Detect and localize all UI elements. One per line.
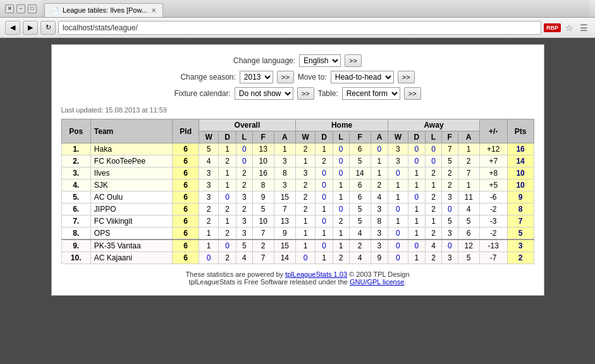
table-cell: 1 [371, 167, 388, 179]
table-cell: 6 [173, 240, 199, 252]
tab-close-button[interactable]: ✕ [151, 7, 156, 14]
col-of: F [252, 131, 274, 143]
table-cell: 1 [219, 179, 236, 191]
table-cell: 2 [441, 167, 458, 179]
table-cell: 0 [441, 203, 458, 215]
forward-button[interactable]: ▶ [23, 21, 38, 35]
table-cell: 9 [371, 252, 388, 264]
table-cell: 2 [441, 179, 458, 191]
table-cell: 0 [199, 252, 218, 264]
table-cell: 6 [173, 155, 199, 167]
table-cell: 0 [333, 155, 349, 167]
table-cell: 2 [426, 228, 442, 240]
table-cell: 0 [219, 240, 236, 252]
close-button[interactable]: ✕ [5, 4, 14, 13]
table-cell: 7. [61, 215, 90, 228]
col-hd: D [316, 131, 333, 143]
table-cell: 8. [61, 228, 90, 240]
col-plusminus: +/- [479, 119, 507, 143]
table-cell: 0 [316, 167, 333, 179]
table-cell: 4 [458, 203, 479, 215]
table-cell: -2 [479, 228, 507, 240]
table-row: 5.AC Oulu630391520164102311-69 [61, 191, 534, 203]
table-cell: 1 [458, 143, 479, 155]
col-aa: A [458, 131, 479, 143]
table-cell: -6 [479, 191, 507, 203]
table-cell: 5 [458, 215, 479, 228]
table-cell: 1 [426, 179, 442, 191]
refresh-button[interactable]: ↻ [40, 21, 56, 35]
table-cell: OPS [90, 228, 173, 240]
table-cell: 1 [333, 240, 349, 252]
table-cell: 4 [349, 228, 371, 240]
table-cell: 2 [371, 179, 388, 191]
table-cell: 3 [388, 155, 408, 167]
table-cell: 9 [274, 228, 295, 240]
move-to-go-button[interactable]: >> [398, 71, 415, 83]
table-cell: 1 [316, 203, 333, 215]
table-cell: -7 [479, 252, 507, 264]
nav-bar: ◀ ▶ ↻ localhost/stats/league/ RBP ☆ ☰ [0, 18, 595, 38]
menu-button[interactable]: ☰ [578, 23, 590, 33]
table-cell: 14 [349, 167, 371, 179]
table-cell: 8 [252, 179, 274, 191]
table-cell: 5 [349, 155, 371, 167]
table-cell: 1 [199, 240, 218, 252]
table-cell: 6 [458, 228, 479, 240]
table-cell: 1 [219, 215, 236, 228]
footer-link1[interactable]: tplLeagueStats 1.03 [285, 270, 347, 278]
table-cell: 3 [199, 167, 218, 179]
col-hf: F [349, 131, 371, 143]
table-cell: 10 [507, 167, 534, 179]
table-cell: 1 [408, 215, 426, 228]
table-cell: 3 [507, 240, 534, 252]
maximize-button[interactable]: □ [28, 4, 37, 13]
address-bar[interactable]: localhost/stats/league/ [58, 21, 541, 35]
table-cell: 0 [316, 215, 333, 228]
section-home: Home [295, 119, 388, 131]
move-to-select[interactable]: Head-to-head [331, 71, 394, 83]
table-cell: Haka [90, 143, 173, 155]
season-select[interactable]: 2013 [240, 71, 273, 83]
table-label: Table: [318, 89, 338, 98]
language-go-button[interactable]: >> [345, 54, 362, 67]
back-button[interactable]: ◀ [5, 21, 20, 35]
table-cell: 16 [252, 167, 274, 179]
season-go-button[interactable]: >> [277, 71, 294, 83]
table-cell: 2 [426, 191, 442, 203]
table-cell: 3 [236, 228, 252, 240]
table-cell: 2 [333, 252, 349, 264]
table-cell: 6 [349, 191, 371, 203]
controls-section: Change language: English >> Change seaso… [61, 54, 534, 100]
table-cell: 1 [316, 143, 333, 155]
table-cell: 1 [333, 228, 349, 240]
calendar-go-button[interactable]: >> [297, 87, 314, 100]
table-select[interactable]: Recent form [342, 87, 400, 100]
table-cell: 1 [219, 167, 236, 179]
table-cell: 6 [173, 191, 199, 203]
table-cell: SJK [90, 179, 173, 191]
window-controls[interactable]: ✕ − □ [5, 4, 37, 13]
bookmark-button[interactable]: ☆ [563, 23, 575, 33]
table-cell: 2 [295, 179, 315, 191]
table-cell: 9 [507, 191, 534, 203]
footer-before-link1: These statistics are powered by [185, 270, 285, 278]
table-cell: 5 [252, 203, 274, 215]
table-cell: 0 [426, 155, 442, 167]
table-cell: 5 [507, 228, 534, 240]
main-box: Change language: English >> Change seaso… [51, 44, 544, 296]
footer-link2[interactable]: GNU/GPL license [350, 278, 404, 286]
table-cell: -2 [479, 203, 507, 215]
table-cell: 0 [219, 191, 236, 203]
fixture-calendar-select[interactable]: Do not show [235, 87, 293, 100]
last-updated: Last updated: 15.08.2013 at 11:59 [61, 106, 534, 114]
table-cell: 2 [199, 215, 218, 228]
language-select[interactable]: English [299, 54, 341, 67]
col-hw: W [295, 131, 315, 143]
table-cell: 0 [388, 252, 408, 264]
minimize-button[interactable]: − [16, 4, 25, 13]
table-go-button[interactable]: >> [404, 87, 421, 100]
table-cell: 5 [199, 143, 218, 155]
browser-tab[interactable]: 📄 League tables: Ilves [Pow... ✕ [44, 3, 163, 17]
table-cell: 5. [61, 191, 90, 203]
